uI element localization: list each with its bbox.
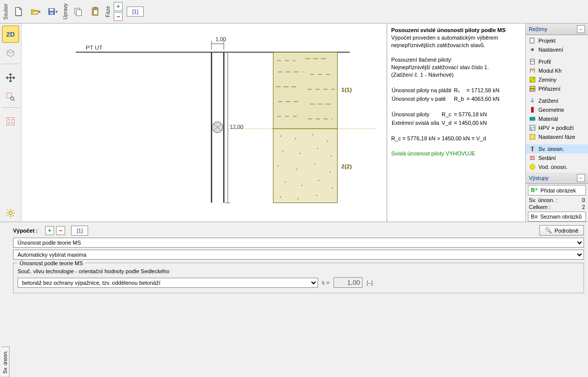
- settlement-icon: [529, 154, 536, 161]
- svg-rect-4: [77, 10, 82, 16]
- left-toolstrip: 2D: [0, 24, 22, 222]
- soil-icon: [529, 76, 536, 83]
- tech-label: Souč. vlivu technologie - orientační hod…: [18, 268, 579, 274]
- modes-header: Režimy −: [526, 24, 588, 35]
- mode-material[interactable]: Materiál: [526, 114, 588, 123]
- bottom-panel: Sv. únosn. Výpočet : + − [1] 🔍Podrobně Ú…: [0, 222, 588, 377]
- viewport[interactable]: PT UT 1,00 12,00: [22, 24, 387, 222]
- results-panel: Posouzení svislé únosnosti piloty podle …: [387, 24, 525, 222]
- maxima-select[interactable]: Automaticky vybírat maxima: [13, 250, 584, 260]
- svg-point-47: [302, 185, 303, 186]
- k-unit: [–]: [367, 280, 373, 286]
- svg-rect-60: [530, 86, 535, 89]
- main-row: 2D PT UT 1,00 12,00: [0, 24, 588, 222]
- label-ptut: PT UT: [86, 44, 103, 51]
- svg-point-39: [300, 153, 301, 154]
- mode-geometrie[interactable]: Geometrie: [526, 105, 588, 114]
- results-auto: Výpočet proveden s automatickým výběrem …: [391, 34, 521, 49]
- vd-label: Extrémní svislá síla: [391, 119, 440, 127]
- new-file-button[interactable]: [11, 4, 27, 20]
- detail-button[interactable]: 🔍Podrobně: [539, 225, 584, 236]
- add-image-button[interactable]: B⁺Přidat obrázek: [528, 185, 586, 196]
- phase-pm: + −: [114, 2, 123, 21]
- k-label: k =: [322, 280, 330, 286]
- rc-label: Únosnost piloty: [391, 110, 440, 119]
- modes-list: Projekt ☀Nastavení Profil Modul Kh Zemin…: [526, 35, 588, 172]
- svg-rect-10: [7, 118, 15, 125]
- water-icon: [529, 124, 536, 131]
- svg-point-42: [277, 165, 278, 166]
- image-list-button[interactable]: B≡Seznam obrázků: [528, 212, 586, 222]
- outputs-collapse-button[interactable]: −: [577, 174, 585, 182]
- svg-rect-65: [530, 134, 535, 139]
- mode-modulkh[interactable]: Modul Kh: [526, 66, 588, 75]
- mode-zatizeni[interactable]: Zatížení: [526, 96, 588, 105]
- theory-select[interactable]: Únosnost podle teorie MS: [13, 238, 584, 248]
- calc-add-button[interactable]: +: [45, 226, 54, 235]
- rs-sym: Rₛ: [452, 86, 466, 95]
- view-3d-button[interactable]: [2, 45, 19, 62]
- vd-val: = 1450,00 kN: [453, 119, 487, 127]
- mode-projekt[interactable]: Projekt: [526, 36, 588, 45]
- paste-button[interactable]: [87, 4, 103, 20]
- mode-vodunosn[interactable]: Vod. únosn.: [526, 162, 588, 171]
- svg-point-40: [317, 148, 318, 149]
- svg-rect-55: [530, 38, 534, 43]
- theory-fieldset: Únosnost podle teorie MS Souč. vlivu tec…: [13, 263, 584, 293]
- mode-zeminy[interactable]: Zeminy: [526, 75, 588, 84]
- add-image-icon: B⁺: [531, 187, 538, 194]
- svg-rect-7: [94, 7, 97, 9]
- svg-point-67: [530, 164, 535, 169]
- phase-remove-button[interactable]: −: [114, 12, 123, 21]
- mode-sedani[interactable]: Sedání: [526, 153, 588, 162]
- modes-collapse-button[interactable]: −: [577, 25, 585, 33]
- toolbar-label-edit: Úpravy: [62, 3, 69, 21]
- vertical-capacity-icon: [529, 145, 536, 152]
- geometry-icon: [529, 106, 536, 113]
- zoom-fit-button[interactable]: [2, 113, 19, 130]
- results-title: Posouzení svislé únosnosti piloty podle …: [391, 27, 506, 33]
- svg-point-52: [316, 195, 317, 196]
- svg-rect-2: [50, 12, 54, 14]
- tech-select[interactable]: betonáž bez ochrany výpažnice, tzv. oddě…: [18, 278, 318, 288]
- calc-stage[interactable]: [1]: [71, 226, 88, 236]
- results-tl2: (Zatížení č. 1 - Návrhové): [391, 71, 521, 79]
- open-file-button[interactable]: ▾: [28, 4, 44, 20]
- mode-nastavfaze[interactable]: Nastavení fáze: [526, 132, 588, 141]
- pan-button[interactable]: [2, 69, 19, 86]
- calc-remove-button[interactable]: −: [56, 226, 65, 235]
- label-dim-w: 1,00: [215, 36, 226, 42]
- svg-point-50: [280, 197, 281, 198]
- gear-icon: ☀: [529, 46, 536, 53]
- modul-icon: [529, 67, 536, 74]
- mode-hpv[interactable]: HPV + podloží: [526, 123, 588, 132]
- zoom-window-button[interactable]: [2, 88, 19, 105]
- rb-val: = 4063,60 kN: [466, 95, 500, 103]
- mode-profil[interactable]: Profil: [526, 57, 588, 66]
- svg-point-41: [331, 155, 332, 156]
- phase-indicator[interactable]: [1]: [127, 7, 144, 17]
- outputs-header-label: Výstupy: [529, 175, 548, 181]
- mode-svunosn[interactable]: Sv. únosn.: [526, 144, 588, 153]
- settings-gear-button[interactable]: [2, 205, 19, 222]
- document-icon: [529, 37, 536, 44]
- svg-point-36: [312, 134, 313, 135]
- copy-button[interactable]: [70, 4, 86, 20]
- svg-point-51: [298, 199, 299, 200]
- phase-add-button[interactable]: +: [114, 2, 123, 11]
- mode-prirazeni[interactable]: Přiřazení: [526, 84, 588, 93]
- svg-rect-63: [530, 117, 535, 120]
- svg-point-35: [295, 138, 296, 139]
- output-count-sv: Sv. únosn. :0: [526, 197, 588, 204]
- results-tl1: Nejnepříznivější zatěžovací stav číslo 1…: [391, 64, 521, 71]
- calc-label: Výpočet :: [13, 228, 42, 234]
- side-panel: Režimy − Projekt ☀Nastavení Profil Modul…: [525, 24, 588, 222]
- svg-point-49: [332, 187, 333, 188]
- view-2d-button[interactable]: 2D: [2, 26, 19, 43]
- save-file-button[interactable]: ▾: [45, 4, 61, 20]
- mode-nastaveni[interactable]: ☀Nastavení: [526, 45, 588, 54]
- svg-point-44: [315, 164, 316, 165]
- list-icon: B≡: [531, 214, 538, 220]
- bottom-tab[interactable]: Sv. únosn.: [0, 222, 11, 377]
- svg-point-43: [297, 169, 298, 170]
